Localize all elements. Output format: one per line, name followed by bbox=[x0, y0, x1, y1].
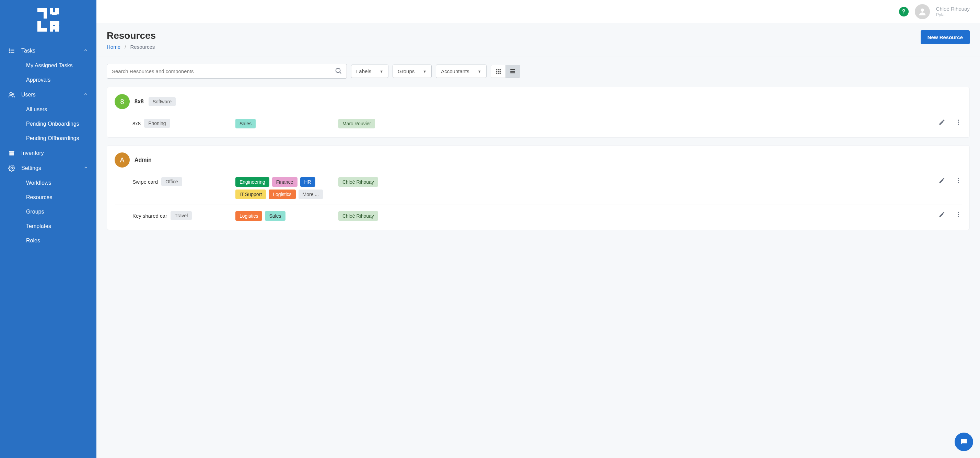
user-name: Chloé Rihouay bbox=[936, 6, 970, 12]
topbar: ? Chloé Rihouay Pyla bbox=[96, 0, 980, 23]
svg-point-14 bbox=[9, 49, 10, 49]
tag[interactable]: Sales bbox=[265, 211, 285, 221]
edit-icon[interactable] bbox=[939, 119, 945, 127]
filter-bar: Labels▼ Groups▼ Accountants▼ bbox=[107, 64, 970, 79]
svg-point-45 bbox=[958, 216, 959, 217]
row-name-text: Swipe card bbox=[132, 179, 158, 185]
view-toggle bbox=[491, 65, 520, 78]
chat-launcher[interactable] bbox=[955, 432, 973, 451]
accountants-select[interactable]: Accountants▼ bbox=[436, 65, 486, 78]
svg-point-43 bbox=[958, 212, 959, 213]
nav-header-tasks[interactable]: Tasks bbox=[0, 43, 96, 58]
row-name-text: 8x8 bbox=[132, 121, 141, 126]
content: Labels▼ Groups▼ Accountants▼ 88x8Softwar… bbox=[96, 57, 980, 458]
svg-rect-30 bbox=[499, 71, 501, 72]
nav-label: Users bbox=[21, 92, 36, 98]
dropdown-icon: ▼ bbox=[478, 69, 481, 73]
edit-icon[interactable] bbox=[939, 211, 945, 219]
resource-card-head: AAdmin bbox=[115, 152, 962, 168]
row-name-text: Key shared car bbox=[132, 213, 167, 219]
resource-avatar: 8 bbox=[115, 94, 130, 109]
breadcrumb-home[interactable]: Home bbox=[107, 44, 121, 50]
nav-item-groups[interactable]: Groups bbox=[0, 204, 96, 219]
groups-select[interactable]: Groups▼ bbox=[393, 65, 432, 78]
gear-icon bbox=[8, 165, 15, 172]
nav-label: Inventory bbox=[21, 150, 44, 156]
svg-rect-32 bbox=[498, 72, 499, 74]
svg-rect-6 bbox=[37, 28, 47, 32]
tag[interactable]: IT Support bbox=[235, 190, 266, 199]
svg-point-37 bbox=[958, 120, 959, 121]
svg-point-17 bbox=[10, 93, 12, 95]
svg-point-39 bbox=[958, 124, 959, 124]
resource-row: Key shared carTravelLogisticsSalesChloé … bbox=[115, 204, 962, 223]
row-tags: LogisticsSales bbox=[235, 211, 338, 221]
tag[interactable]: Finance bbox=[272, 177, 298, 187]
row-name: Key shared carTravel bbox=[132, 211, 235, 220]
nav-item-my-assigned-tasks[interactable]: My Assigned Tasks bbox=[0, 58, 96, 73]
nav-item-approvals[interactable]: Approvals bbox=[0, 73, 96, 87]
edit-icon[interactable] bbox=[939, 177, 945, 185]
tag[interactable]: More ... bbox=[299, 190, 323, 199]
nav-item-resources[interactable]: Resources bbox=[0, 190, 96, 204]
chevron-up-icon bbox=[83, 165, 88, 171]
tag[interactable]: Logistics bbox=[235, 211, 262, 221]
row-owner: Chloé Rihouay bbox=[338, 177, 428, 187]
nav-header-settings[interactable]: Settings bbox=[0, 161, 96, 176]
svg-point-15 bbox=[9, 51, 10, 51]
user-meta[interactable]: Chloé Rihouay Pyla bbox=[936, 6, 970, 18]
row-name: 8x8Phoning bbox=[132, 119, 235, 128]
tag[interactable]: Sales bbox=[235, 119, 256, 128]
svg-rect-10 bbox=[50, 26, 59, 30]
svg-point-18 bbox=[12, 93, 14, 95]
row-name: Swipe cardOffice bbox=[132, 177, 235, 186]
more-icon[interactable] bbox=[955, 119, 962, 127]
nav-header-users[interactable]: Users bbox=[0, 87, 96, 102]
resource-type-chip: Software bbox=[149, 97, 176, 106]
row-actions bbox=[939, 119, 962, 127]
tag[interactable]: HR bbox=[300, 177, 315, 187]
list-icon bbox=[8, 47, 15, 54]
list-view-button[interactable] bbox=[506, 65, 520, 78]
resource-card: AAdminSwipe cardOfficeEngineeringFinance… bbox=[107, 145, 970, 230]
nav-item-all-users[interactable]: All users bbox=[0, 102, 96, 117]
nav-label: Settings bbox=[21, 165, 41, 171]
user-org: Pyla bbox=[936, 12, 970, 18]
svg-rect-27 bbox=[499, 69, 501, 70]
svg-rect-9 bbox=[50, 21, 59, 25]
svg-rect-25 bbox=[496, 69, 497, 70]
resource-title: Admin bbox=[135, 157, 152, 163]
nav-header-inventory[interactable]: Inventory bbox=[0, 145, 96, 161]
resource-card-head: 88x8Software bbox=[115, 94, 962, 109]
nav-item-workflows[interactable]: Workflows bbox=[0, 176, 96, 190]
breadcrumb: Home / Resources bbox=[107, 44, 156, 50]
breadcrumb-current: Resources bbox=[130, 44, 155, 50]
nav-item-pending-onboardings[interactable]: Pending Onboardings bbox=[0, 117, 96, 131]
svg-point-42 bbox=[958, 182, 959, 183]
owner-badge: Chloé Rihouay bbox=[338, 211, 378, 221]
help-icon[interactable]: ? bbox=[899, 7, 908, 16]
search-input[interactable] bbox=[107, 64, 347, 79]
svg-rect-20 bbox=[9, 152, 14, 156]
svg-rect-28 bbox=[496, 71, 497, 72]
svg-rect-4 bbox=[52, 12, 57, 15]
svg-rect-35 bbox=[510, 71, 515, 72]
svg-line-24 bbox=[340, 72, 341, 73]
more-icon[interactable] bbox=[955, 177, 962, 185]
labels-select[interactable]: Labels▼ bbox=[351, 65, 388, 78]
svg-rect-33 bbox=[499, 72, 501, 74]
chevron-up-icon bbox=[83, 48, 88, 54]
user-avatar[interactable] bbox=[915, 4, 930, 19]
svg-point-21 bbox=[11, 168, 13, 169]
nav-item-roles[interactable]: Roles bbox=[0, 233, 96, 248]
nav-item-templates[interactable]: Templates bbox=[0, 219, 96, 233]
more-icon[interactable] bbox=[955, 211, 962, 219]
new-resource-button[interactable]: New Resource bbox=[921, 30, 970, 44]
tag[interactable]: Logistics bbox=[269, 190, 296, 199]
tag[interactable]: Engineering bbox=[235, 177, 269, 187]
grid-view-button[interactable] bbox=[491, 65, 506, 78]
resource-avatar: A bbox=[115, 152, 130, 168]
nav-item-pending-offboardings[interactable]: Pending Offboardings bbox=[0, 131, 96, 145]
users-icon bbox=[8, 91, 15, 98]
search-icon[interactable] bbox=[334, 67, 342, 76]
